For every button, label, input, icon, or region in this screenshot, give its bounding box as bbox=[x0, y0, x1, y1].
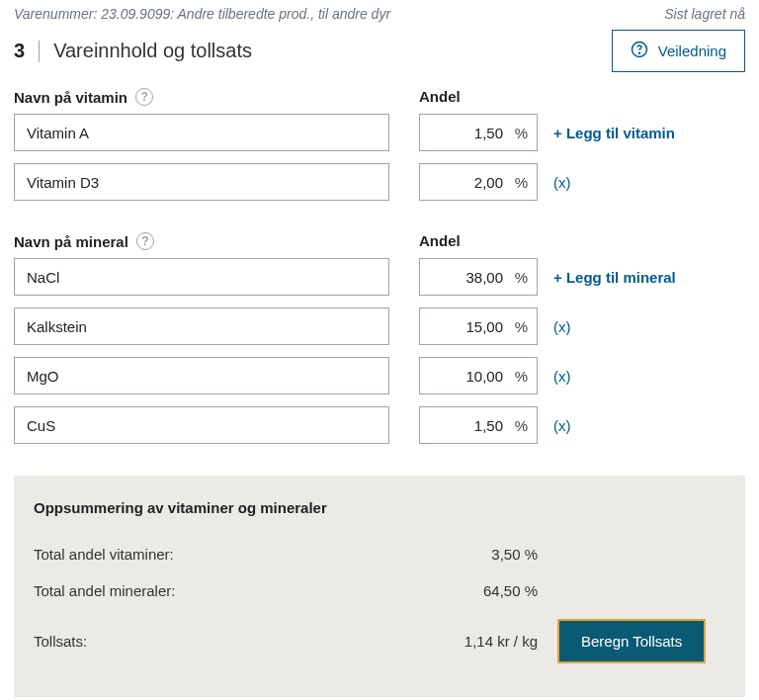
vitamin-section: Navn på vitamin ? Andel % + Legg til vit… bbox=[0, 88, 759, 232]
remove-mineral-link[interactable]: (x) bbox=[553, 417, 571, 434]
vitamin-share-label: Andel bbox=[419, 88, 461, 105]
help-icon[interactable]: ? bbox=[136, 232, 154, 250]
tariff-label: Tollsats: bbox=[34, 633, 409, 650]
mineral-row: % (x) bbox=[14, 406, 745, 444]
mineral-section: Navn på mineral ? Andel % + Legg til min… bbox=[0, 232, 759, 476]
mineral-name-input[interactable] bbox=[14, 258, 389, 296]
product-number-label: Varenummer: 23.09.9099: Andre tilberedte… bbox=[14, 6, 390, 22]
mineral-name-input[interactable] bbox=[14, 307, 389, 345]
last-saved-label: Sist lagret nå bbox=[664, 6, 745, 22]
tariff-value: 1,14 kr / kg bbox=[409, 633, 538, 650]
add-vitamin-link[interactable]: + Legg til vitamin bbox=[553, 125, 675, 141]
svg-point-1 bbox=[638, 52, 639, 53]
total-mineral-value: 64,50 % bbox=[409, 582, 538, 599]
mineral-row: % (x) bbox=[14, 307, 745, 345]
guidance-label: Veiledning bbox=[658, 43, 726, 59]
vitamin-row: % (x) bbox=[14, 163, 745, 201]
total-vitamin-label: Total andel vitaminer: bbox=[34, 546, 409, 563]
guidance-button[interactable]: Veiledning bbox=[612, 30, 745, 72]
percent-symbol: % bbox=[515, 417, 528, 434]
remove-mineral-link[interactable]: (x) bbox=[553, 318, 571, 335]
mineral-share-label: Andel bbox=[419, 232, 461, 249]
help-icon[interactable]: ? bbox=[135, 88, 153, 106]
help-icon bbox=[631, 41, 648, 61]
total-vitamin-value: 3,50 % bbox=[409, 546, 538, 563]
step-number: 3 bbox=[14, 40, 25, 62]
add-mineral-link[interactable]: + Legg til mineral bbox=[553, 269, 676, 286]
vitamin-name-input[interactable] bbox=[14, 114, 389, 151]
mineral-row: % + Legg til mineral bbox=[14, 258, 745, 296]
calculate-tariff-button[interactable]: Beregn Tollsats bbox=[557, 619, 706, 663]
vitamin-name-label: Navn på vitamin bbox=[14, 89, 127, 106]
page-title: Vareinnhold og tollsats bbox=[53, 40, 252, 62]
percent-symbol: % bbox=[515, 368, 528, 385]
mineral-name-input[interactable] bbox=[14, 406, 389, 444]
mineral-name-input[interactable] bbox=[14, 357, 389, 394]
mineral-row: % (x) bbox=[14, 357, 745, 394]
remove-mineral-link[interactable]: (x) bbox=[553, 368, 571, 385]
total-mineral-label: Total andel mineraler: bbox=[34, 582, 409, 599]
summary-title: Oppsummering av vitaminer og mineraler bbox=[34, 499, 725, 516]
vitamin-name-input[interactable] bbox=[14, 163, 389, 201]
percent-symbol: % bbox=[515, 174, 528, 191]
remove-vitamin-link[interactable]: (x) bbox=[553, 174, 571, 191]
mineral-name-label: Navn på mineral bbox=[14, 233, 128, 250]
title-divider bbox=[39, 41, 40, 62]
percent-symbol: % bbox=[515, 125, 528, 141]
summary-panel: Oppsummering av vitaminer og mineraler T… bbox=[14, 476, 745, 697]
percent-symbol: % bbox=[515, 318, 528, 335]
vitamin-row: % + Legg til vitamin bbox=[14, 114, 745, 151]
percent-symbol: % bbox=[515, 269, 528, 286]
